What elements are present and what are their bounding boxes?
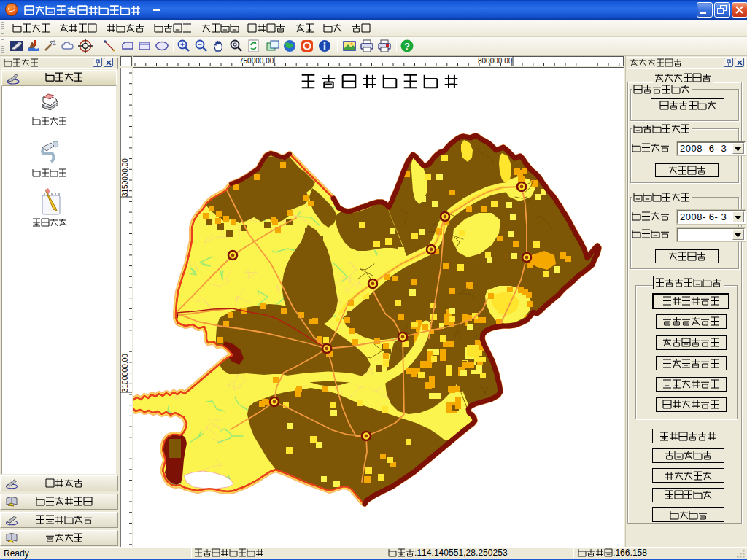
svg-text:?: ? [404,41,410,52]
svg-text:3150000.00: 3150000.00 [121,158,129,197]
svg-text:8: 8 [642,548,647,558]
svg-text:800000.00: 800000.00 [478,57,513,65]
svg-text:750000.00: 750000.00 [239,57,274,65]
svg-text:3100000.00: 3100000.00 [121,354,129,392]
svg-text:3: 3 [503,548,508,558]
